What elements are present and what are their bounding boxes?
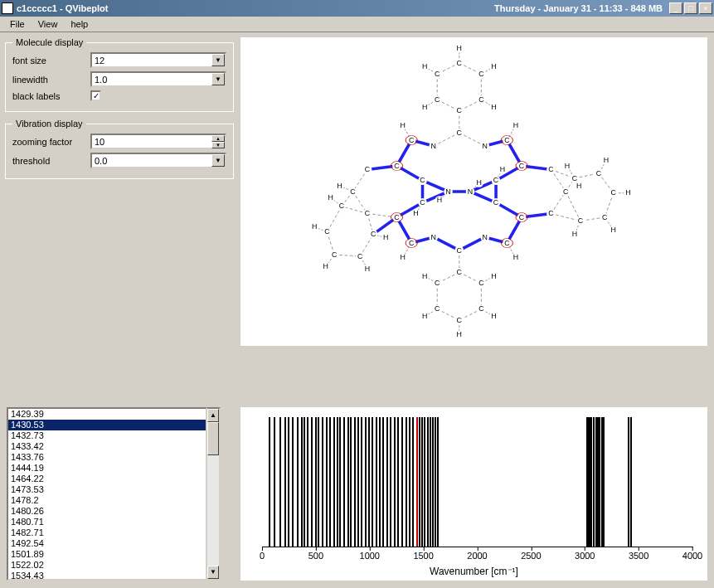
spectrum-line — [397, 417, 399, 547]
svg-text:C: C — [519, 162, 525, 170]
spectrum-xtick: 2500 — [521, 551, 541, 561]
frequency-item[interactable]: 1444.19 — [8, 463, 206, 474]
svg-text:C: C — [409, 136, 415, 144]
left-column: Molecule display font size ▼ linewidth ▼… — [5, 37, 229, 179]
spectrum-line — [365, 417, 367, 547]
spectrum-line — [424, 417, 425, 547]
scroll-up-icon[interactable]: ▲ — [207, 409, 219, 422]
frequency-item[interactable]: 1433.42 — [8, 441, 206, 452]
maximize-button[interactable]: □ — [684, 2, 697, 14]
spectrum-view[interactable]: 05001000150020002500300035004000 Wavenum… — [240, 407, 707, 581]
menu-view[interactable]: View — [32, 18, 65, 30]
chevron-down-icon[interactable]: ▼ — [211, 54, 225, 66]
menu-file[interactable]: File — [3, 18, 32, 30]
spectrum-line — [350, 417, 352, 547]
svg-text:C: C — [457, 106, 463, 114]
black-labels-label: black labels — [12, 91, 90, 101]
frequency-item[interactable]: 1492.54 — [8, 538, 206, 549]
frequency-item[interactable]: 1480.71 — [8, 517, 206, 527]
svg-text:C: C — [493, 198, 499, 207]
spectrum-line — [372, 417, 373, 547]
svg-text:C: C — [457, 129, 463, 137]
svg-text:H: H — [400, 121, 405, 129]
spectrum-line — [315, 417, 317, 547]
frequency-scrollbar[interactable]: ▲ ▼ — [207, 407, 221, 581]
linewidth-combo[interactable]: ▼ — [90, 71, 226, 87]
spectrum-line — [430, 417, 431, 547]
spectrum-line — [297, 417, 299, 547]
frequency-item[interactable]: 1433.76 — [8, 452, 206, 463]
svg-text:H: H — [565, 162, 570, 170]
svg-text:C: C — [478, 304, 484, 313]
molecule-display-legend: Molecule display — [12, 37, 86, 47]
svg-text:H: H — [491, 62, 496, 70]
menubar: File View help — [0, 17, 714, 32]
black-labels-checkbox[interactable]: ✓ — [90, 90, 101, 101]
spectrum-line — [361, 417, 362, 547]
frequency-item[interactable]: 1429.39 — [8, 409, 206, 420]
threshold-combo[interactable]: ▼ — [90, 153, 226, 168]
svg-text:C: C — [504, 239, 510, 247]
frequency-list-container: 1429.391430.531432.731433.421433.761444.… — [7, 407, 221, 581]
svg-text:H: H — [477, 178, 482, 187]
spectrum-line — [390, 417, 391, 547]
spectrum-line — [288, 417, 289, 547]
client-area: Molecule display font size ▼ linewidth ▼… — [0, 32, 714, 587]
spectrum-line — [376, 417, 377, 547]
svg-text:C: C — [578, 216, 584, 225]
frequency-list[interactable]: 1429.391430.531432.731433.421433.761444.… — [7, 407, 207, 581]
frequency-item[interactable]: 1478.2 — [8, 495, 206, 506]
zooming-factor-spin[interactable]: ▲ ▼ — [90, 134, 226, 149]
frequency-item[interactable]: 1482.71 — [8, 527, 206, 538]
svg-text:H: H — [491, 272, 496, 280]
font-size-combo[interactable]: ▼ — [90, 52, 226, 68]
svg-text:N: N — [468, 187, 473, 196]
svg-text:C: C — [504, 136, 510, 144]
frequency-item[interactable]: 1501.89 — [8, 549, 206, 560]
svg-line-50 — [397, 166, 423, 181]
threshold-input[interactable] — [92, 154, 211, 167]
svg-text:C: C — [572, 174, 578, 182]
chevron-down-icon[interactable]: ▼ — [211, 154, 225, 167]
spectrum-xtick: 3000 — [575, 551, 595, 561]
spectrum-line — [284, 417, 286, 547]
frequency-item[interactable]: 1473.53 — [8, 484, 206, 495]
frequency-item[interactable]: 1534.43 — [8, 571, 206, 581]
svg-text:N: N — [483, 233, 488, 241]
scroll-down-icon[interactable]: ▼ — [207, 566, 219, 579]
svg-text:C: C — [457, 59, 463, 67]
frequency-item[interactable]: 1522.02 — [8, 560, 206, 571]
font-size-input[interactable] — [92, 54, 211, 66]
svg-text:C: C — [409, 239, 415, 247]
spectrum-line — [603, 417, 605, 547]
frequency-item[interactable]: 1464.22 — [8, 474, 206, 484]
svg-text:C: C — [548, 209, 554, 217]
svg-text:N: N — [445, 187, 450, 196]
svg-text:H: H — [513, 121, 518, 129]
svg-text:C: C — [394, 162, 400, 170]
svg-text:C: C — [365, 165, 371, 173]
spin-up-icon[interactable]: ▲ — [211, 135, 225, 142]
svg-line-82 — [496, 202, 522, 217]
spectrum-xtick: 1500 — [413, 551, 433, 561]
molecule-view[interactable]: CHCHCHCHCHCCNNCHCHCCCCCHCCCHNNCHCCCHCCCH… — [240, 37, 707, 346]
spectrum-line — [409, 417, 410, 547]
svg-line-84 — [551, 214, 580, 221]
menu-help[interactable]: help — [64, 18, 95, 30]
minimize-button[interactable]: _ — [669, 2, 682, 14]
frequency-item[interactable]: 1480.26 — [8, 506, 206, 517]
svg-text:C: C — [394, 213, 400, 221]
spin-down-icon[interactable]: ▼ — [211, 142, 225, 148]
close-button[interactable]: × — [699, 2, 712, 14]
linewidth-input[interactable] — [92, 73, 211, 85]
frequency-item[interactable]: 1430.53 — [8, 420, 206, 430]
scrollbar-track[interactable] — [207, 422, 219, 566]
spectrum-line — [326, 417, 328, 547]
frequency-item[interactable]: 1432.73 — [8, 430, 206, 441]
zooming-factor-input[interactable] — [92, 135, 211, 148]
app-icon — [2, 2, 13, 14]
scrollbar-thumb[interactable] — [207, 422, 219, 455]
svg-text:H: H — [422, 272, 427, 280]
svg-text:C: C — [420, 176, 425, 184]
chevron-down-icon[interactable]: ▼ — [211, 73, 225, 85]
